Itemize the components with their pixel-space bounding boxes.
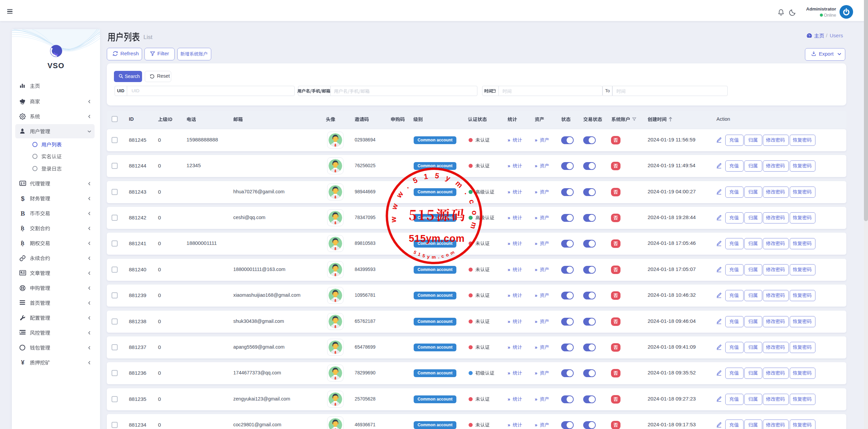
svg-text:515ym.com: 515ym.com xyxy=(413,249,457,260)
